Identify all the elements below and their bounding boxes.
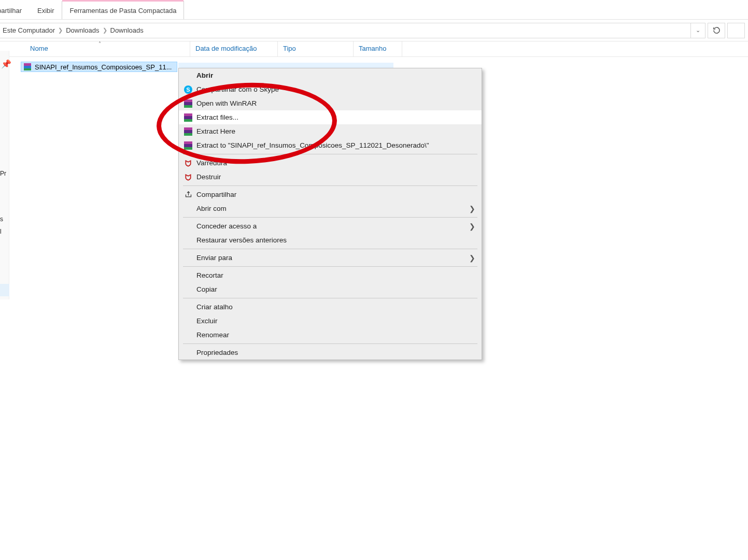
crumb-downloads1[interactable]: Downloads: [66, 26, 99, 34]
ctx-copiar[interactable]: Copiar: [179, 282, 482, 296]
pin-icon: 📌: [1, 59, 6, 64]
chevron-right-icon: ❯: [469, 254, 475, 262]
ctx-skype[interactable]: S Compartilhar com o Skype: [179, 82, 482, 96]
ctx-compartilhar[interactable]: Compartilhar: [179, 188, 482, 202]
mcafee-icon: [184, 173, 192, 181]
column-header-tipo[interactable]: Tipo: [278, 41, 354, 56]
ctx-varredura[interactable]: Varredura: [179, 156, 482, 170]
column-header-label: Tipo: [283, 45, 296, 52]
ctx-separator: [183, 343, 477, 344]
refresh-button[interactable]: [708, 23, 725, 38]
nav-pane[interactable]: 📌 Pr s l: [0, 51, 9, 299]
ctx-abrir-com[interactable]: Abrir com ❯: [179, 202, 482, 216]
svg-rect-8: [184, 113, 192, 116]
column-header-label: Data de modificação: [195, 45, 257, 52]
ctx-separator: [183, 217, 477, 218]
ctx-label: Conceder acesso a: [196, 222, 257, 230]
ctx-label: Recortar: [196, 271, 223, 279]
ctx-recortar[interactable]: Recortar: [179, 268, 482, 282]
ctx-extract-files[interactable]: Extract files...: [179, 110, 482, 124]
ctx-label: Excluir: [196, 317, 218, 325]
ctx-separator: [183, 249, 477, 249]
ctx-label: Propriedades: [196, 349, 238, 356]
ctx-label: Abrir com: [196, 205, 227, 212]
ctx-label: Extract to "SINAPI_ref_Insumos_Composico…: [196, 141, 429, 149]
ctx-atalho[interactable]: Criar atalho: [179, 300, 482, 314]
column-header-tamanho[interactable]: Tamanho: [354, 41, 402, 56]
nav-label: Pr: [0, 170, 6, 177]
ctx-restaurar[interactable]: Restaurar versões anteriores: [179, 233, 482, 247]
ctx-renomear[interactable]: Renomear: [179, 328, 482, 342]
ctx-label: Compartilhar com o Skype: [196, 85, 279, 93]
crumb-downloads2[interactable]: Downloads: [110, 26, 144, 34]
ctx-extract-here[interactable]: Extract Here: [179, 124, 482, 138]
svg-rect-14: [184, 141, 192, 144]
ctx-label: Open with WinRAR: [196, 99, 257, 107]
ctx-abrir[interactable]: Abrir: [179, 68, 482, 82]
ctx-separator: [183, 298, 477, 298]
ctx-label: Compartilhar: [196, 191, 236, 198]
chevron-right-icon: ❯: [103, 27, 107, 34]
chevron-right-icon: ❯: [58, 27, 63, 34]
ctx-separator: [183, 266, 477, 267]
ctx-destruir[interactable]: Destruir: [179, 170, 482, 184]
winrar-icon: [184, 141, 192, 150]
column-header-nome[interactable]: ˄ Nome: [9, 41, 190, 56]
breadcrumb[interactable]: Este Computador ❯ Downloads ❯ Downloads: [0, 23, 691, 38]
ctx-label: Abrir: [196, 71, 213, 79]
address-row: Este Computador ❯ Downloads ❯ Downloads …: [0, 20, 748, 41]
column-header-label: Nome: [30, 45, 48, 52]
file-name: SINAPI_ref_Insumos_Composicoes_SP_11...: [35, 63, 172, 71]
ribbon-tab-partilhar[interactable]: partilhar: [0, 1, 30, 19]
svg-rect-1: [24, 63, 31, 66]
rar-icon: [23, 63, 32, 71]
ctx-label: Criar atalho: [196, 303, 233, 311]
ribbon-tab-compactada[interactable]: Ferramentas de Pasta Compactada: [62, 1, 184, 19]
ctx-label: Renomear: [196, 331, 229, 339]
ctx-conceder[interactable]: Conceder acesso a ❯: [179, 219, 482, 233]
ctx-excluir[interactable]: Excluir: [179, 314, 482, 328]
breadcrumb-dropdown[interactable]: ⌄: [691, 23, 705, 38]
svg-rect-2: [24, 68, 31, 70]
svg-rect-12: [184, 133, 192, 136]
ctx-separator: [183, 154, 477, 154]
mcafee-icon: [184, 159, 192, 167]
winrar-icon: [184, 113, 192, 122]
column-headers: ˄ Nome Data de modificação Tipo Tamanho: [9, 41, 748, 57]
chevron-right-icon: ❯: [469, 222, 475, 231]
ctx-label: Copiar: [196, 285, 217, 293]
ctx-label: Destruir: [196, 173, 221, 181]
column-header-data[interactable]: Data de modificação: [190, 41, 278, 56]
ribbon-tab-exibir[interactable]: Exibir: [30, 1, 62, 19]
ribbon-tabs: partilhar Exibir Ferramentas de Pasta Co…: [0, 0, 748, 20]
nav-label: s: [0, 216, 3, 223]
share-icon: [184, 191, 192, 199]
nav-selected-indicator: [0, 284, 9, 296]
refresh-icon: [713, 26, 721, 34]
chevron-right-icon: ❯: [469, 205, 475, 213]
winrar-icon: [184, 127, 192, 136]
svg-rect-6: [184, 105, 192, 108]
ctx-label: Restaurar versões anteriores: [196, 236, 287, 244]
column-header-label: Tamanho: [359, 45, 386, 52]
ctx-label: Extract Here: [196, 127, 235, 135]
ctx-open-winrar[interactable]: Open with WinRAR: [179, 96, 482, 110]
ctx-enviar[interactable]: Enviar para ❯: [179, 251, 482, 265]
chevron-down-icon: ⌄: [696, 27, 700, 34]
ctx-propriedades[interactable]: Propriedades: [179, 346, 482, 360]
search-box[interactable]: [727, 23, 745, 38]
ctx-label: Enviar para: [196, 254, 232, 262]
svg-rect-5: [184, 99, 192, 102]
svg-rect-11: [184, 127, 192, 130]
ctx-separator: [183, 185, 477, 186]
context-menu: Abrir S Compartilhar com o Skype Open wi…: [178, 68, 482, 360]
svg-rect-9: [184, 119, 192, 122]
svg-rect-15: [184, 147, 192, 150]
ctx-label: Extract files...: [196, 113, 238, 121]
skype-icon: S: [184, 85, 192, 94]
winrar-icon: [184, 99, 192, 108]
crumb-root[interactable]: Este Computador: [3, 26, 55, 34]
svg-rect-3: [24, 66, 31, 68]
ctx-label: Varredura: [196, 159, 227, 167]
ctx-extract-to[interactable]: Extract to "SINAPI_ref_Insumos_Composico…: [179, 138, 482, 152]
